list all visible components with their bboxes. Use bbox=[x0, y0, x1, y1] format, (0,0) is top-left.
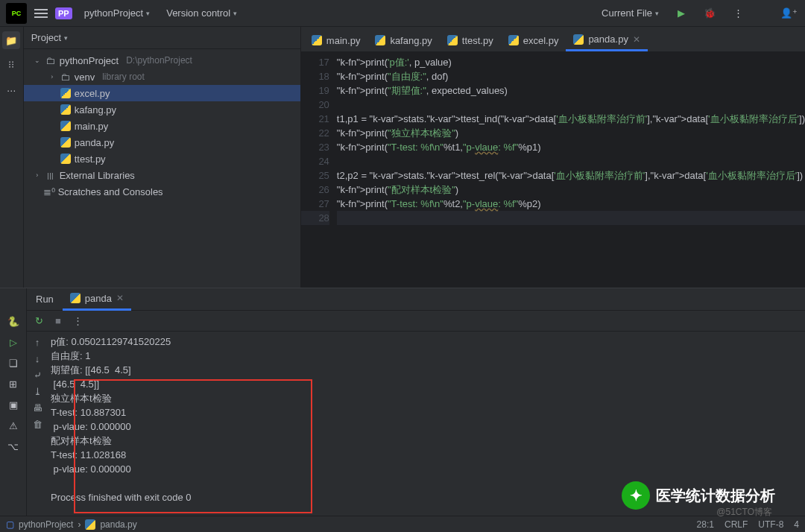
project-dropdown[interactable]: pythonProject ▾ bbox=[80, 4, 155, 22]
vcs-button[interactable]: ⌥ bbox=[4, 437, 22, 455]
console: ↑ ↓ ⤶ ⤓ 🖶 🗑 p值: 0.05021129741520225自由度: … bbox=[27, 332, 805, 516]
close-icon[interactable]: ✕ bbox=[633, 34, 640, 45]
line-separator[interactable]: CRLF bbox=[724, 519, 748, 530]
python-icon bbox=[508, 35, 519, 45]
run-tab[interactable]: panda ✕ bbox=[63, 288, 131, 311]
chevron-down-icon: ▾ bbox=[655, 10, 659, 17]
python-icon bbox=[60, 121, 72, 131]
console-output[interactable]: p值: 0.05021129741520225自由度: 1期望值: [[46.5… bbox=[48, 332, 805, 516]
chevron-down-icon: ▾ bbox=[64, 34, 68, 42]
run-tool-button[interactable]: ▷ bbox=[4, 333, 22, 351]
structure-tool-button[interactable]: ⁝⁝ bbox=[2, 55, 20, 73]
main-menu-button[interactable] bbox=[34, 9, 48, 18]
expand-icon[interactable]: › bbox=[33, 171, 42, 179]
chevron-down-icon: ▾ bbox=[146, 10, 150, 17]
collapse-icon[interactable]: ⌄ bbox=[33, 57, 42, 64]
python-console-button[interactable]: 🐍 bbox=[4, 312, 22, 330]
app-logo: PC bbox=[6, 3, 27, 24]
status-bar: ▢ pythonProject › panda.py 28:1 CRLF UTF… bbox=[0, 516, 805, 532]
expand-icon[interactable]: › bbox=[48, 73, 57, 80]
panel-title: Project bbox=[31, 32, 61, 43]
tree-scratches[interactable]: ≣⁰ Scratches and Consoles bbox=[24, 183, 300, 200]
tree-file[interactable]: ttest.py bbox=[24, 151, 300, 167]
python-icon bbox=[447, 35, 458, 45]
editor-tab-active[interactable]: panda.py✕ bbox=[566, 29, 648, 51]
tree-file[interactable]: main.py bbox=[24, 118, 300, 134]
file-encoding[interactable]: UTF-8 bbox=[758, 519, 783, 530]
editor-tab[interactable]: kafang.py bbox=[367, 29, 439, 51]
tree-label: ttest.py bbox=[75, 153, 106, 165]
python-icon bbox=[85, 519, 95, 530]
tree-label: venv bbox=[75, 72, 95, 83]
library-icon: ⫼ bbox=[45, 170, 57, 181]
tree-external-libs[interactable]: › ⫼ External Libraries bbox=[24, 167, 300, 183]
services-button[interactable]: ❏ bbox=[4, 354, 22, 372]
breadcrumb[interactable]: ▢ pythonProject › panda.py bbox=[6, 519, 137, 530]
python-icon bbox=[375, 35, 385, 45]
run-config-dropdown[interactable]: Current File ▾ bbox=[597, 4, 663, 22]
chevron-right-icon: › bbox=[78, 519, 80, 530]
run-tabs: Run panda ✕ bbox=[27, 288, 805, 311]
tree-path: D:\pythonProject bbox=[126, 55, 192, 66]
tree-root[interactable]: ⌄ 🗀 pythonProject D:\pythonProject bbox=[24, 52, 300, 69]
indent-size[interactable]: 4 bbox=[794, 519, 799, 530]
debug-button[interactable]: 🐞 bbox=[699, 3, 720, 24]
module-icon: ▢ bbox=[6, 519, 14, 530]
run-tool-window: 🐍 ▷ ❏ ⊞ ▣ ⚠ ⌥ Run panda ✕ ↻ ■ ⋮ ↑ ↓ ⤶ ⤓ bbox=[0, 288, 805, 516]
scroll-up-button[interactable]: ↑ bbox=[30, 335, 45, 349]
python-icon bbox=[312, 35, 322, 45]
python-packages-button[interactable]: ⊞ bbox=[4, 375, 22, 393]
print-button[interactable]: 🖶 bbox=[30, 400, 45, 415]
tree-file[interactable]: kafang.py bbox=[24, 101, 300, 118]
scratches-icon: ≣⁰ bbox=[43, 186, 55, 197]
python-icon bbox=[70, 293, 80, 303]
console-actions: ↑ ↓ ⤶ ⤓ 🖶 🗑 bbox=[27, 332, 48, 516]
account-button[interactable]: 👤⁺ bbox=[778, 3, 799, 24]
python-icon bbox=[60, 137, 72, 148]
tree-file[interactable]: panda.py bbox=[24, 134, 300, 151]
project-panel-header[interactable]: Project ▾ bbox=[24, 27, 300, 49]
run-toolbar: ↻ ■ ⋮ bbox=[27, 311, 805, 332]
rerun-button[interactable]: ↻ bbox=[31, 314, 46, 329]
run-label: Run bbox=[27, 294, 63, 305]
editor-tab[interactable]: ttest.py bbox=[440, 29, 501, 51]
more-tools-button[interactable]: … bbox=[2, 79, 20, 97]
tree-label: kafang.py bbox=[75, 104, 116, 115]
python-icon bbox=[60, 88, 72, 98]
close-icon[interactable]: ✕ bbox=[116, 293, 124, 303]
window-topbar: PC PP pythonProject ▾ Version control ▾ … bbox=[0, 0, 805, 27]
run-tab-name: panda bbox=[85, 293, 112, 304]
tree-label: pythonProject bbox=[60, 55, 119, 66]
watermark-sub: @51CTO博客 bbox=[716, 506, 772, 519]
run-config-label: Current File bbox=[602, 7, 652, 19]
tree-label: panda.py bbox=[75, 137, 115, 148]
project-tool-button[interactable]: 📁 bbox=[2, 31, 20, 49]
python-icon bbox=[60, 153, 72, 164]
tree-label: excel.py bbox=[75, 88, 110, 99]
tree-venv[interactable]: › 🗀 venv library root bbox=[24, 69, 300, 85]
terminal-button[interactable]: ▣ bbox=[4, 396, 22, 414]
tree-hint: library root bbox=[102, 72, 145, 82]
run-button[interactable]: ▶ bbox=[671, 3, 692, 24]
problems-button[interactable]: ⚠ bbox=[4, 417, 22, 434]
soft-wrap-button[interactable]: ⤶ bbox=[30, 367, 45, 382]
scroll-end-button[interactable]: ⤓ bbox=[30, 384, 45, 399]
folder-icon: 🗀 bbox=[45, 55, 57, 66]
run-panel-main: Run panda ✕ ↻ ■ ⋮ ↑ ↓ ⤶ ⤓ 🖶 🗑 p值: 0.0502… bbox=[27, 288, 805, 516]
stop-button[interactable]: ■ bbox=[51, 314, 66, 329]
tree-file[interactable]: excel.py bbox=[24, 85, 300, 101]
vcs-dropdown[interactable]: Version control ▾ bbox=[162, 4, 242, 22]
editor-tab[interactable]: excel.py bbox=[501, 29, 566, 51]
editor-tab[interactable]: main.py bbox=[304, 29, 368, 51]
editor-tabs: main.py kafang.py ttest.py excel.py pand… bbox=[301, 27, 805, 52]
scroll-down-button[interactable]: ↓ bbox=[30, 351, 45, 366]
cursor-position[interactable]: 28:1 bbox=[697, 519, 714, 530]
more-button[interactable]: ⋮ bbox=[727, 3, 748, 24]
clear-button[interactable]: 🗑 bbox=[30, 417, 45, 431]
tree-label: main.py bbox=[75, 121, 109, 132]
vcs-label: Version control bbox=[166, 7, 230, 19]
more-button[interactable]: ⋮ bbox=[70, 314, 85, 329]
folder-icon: 🗀 bbox=[60, 72, 72, 83]
python-icon bbox=[60, 104, 72, 115]
left-lower-rail: 🐍 ▷ ❏ ⊞ ▣ ⚠ ⌥ bbox=[0, 288, 27, 516]
